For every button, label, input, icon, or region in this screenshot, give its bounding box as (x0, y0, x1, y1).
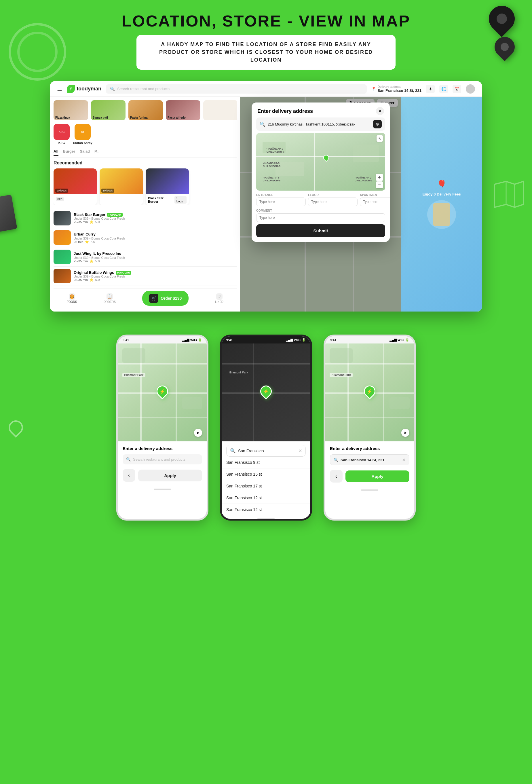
screen1-map: Hilamont Park ⚡ ➤ (118, 343, 207, 441)
urban-rating: 5.0 (91, 240, 95, 244)
tab-all[interactable]: All (54, 149, 58, 156)
screen3-map: Hilamont Park ⚡ ➤ (325, 343, 414, 441)
wifi-icon2: WiFi (294, 338, 301, 342)
category-pasta2[interactable]: Pasta alfredo (166, 100, 200, 120)
sultan-logo: SS (75, 124, 91, 140)
screen2-search-input[interactable]: 🔍 San Fransisco ✕ (226, 445, 306, 457)
entrance-input[interactable] (256, 197, 306, 206)
language-button[interactable]: 🌐 (439, 85, 448, 93)
category-pizza[interactable]: Pizza tinga (54, 100, 88, 120)
expand-map-button[interactable]: ⤡ (376, 135, 383, 142)
buffalo-rating: 5.0 (95, 278, 100, 282)
s2-park-label: Hilamont Park (229, 371, 248, 374)
user-avatar[interactable] (466, 84, 475, 93)
app-logo: f foodyman (67, 85, 101, 93)
screen1-apply-button[interactable]: Apply (138, 470, 202, 481)
cat-label-pizza: Pizza tinga (55, 116, 70, 119)
justwing-time: 25-35 min (74, 259, 88, 263)
comment-input[interactable] (256, 213, 385, 222)
signal-icon: ▂▄▆ (182, 338, 189, 342)
list-item-justwing[interactable]: Just Wing It, by Fresco Inc Under $39 • … (54, 247, 236, 267)
tab-salad[interactable]: Salad (80, 149, 90, 156)
nav-liked[interactable]: ♡ LIKED (215, 293, 223, 304)
zoom-in-button[interactable]: + (376, 174, 383, 181)
screen2-indicator (222, 515, 310, 519)
category-pasta1[interactable]: Pasta fortina (129, 100, 163, 120)
result-item-1[interactable]: San Fransisco 9 st (222, 457, 310, 469)
screen3-back-button[interactable]: ‹ (330, 470, 342, 482)
restaurant-kfc[interactable]: KFC KFC (54, 124, 70, 144)
wifi-icon3: WiFi (397, 338, 404, 342)
s1-road1 (118, 363, 207, 364)
modal-overlay: Enter delivery address ✕ 🔍 21b Muqimiy k… (240, 97, 401, 311)
cat-label-pasta2: Pasta alfredo (168, 116, 186, 119)
screen1-compass[interactable]: ➤ (194, 429, 202, 437)
screen1-search-bar[interactable]: 🔍 Search restaurant and products (123, 454, 202, 465)
restaurant-sultan[interactable]: SS Sultan Saray (73, 124, 92, 144)
modal-close-button[interactable]: ✕ (376, 107, 384, 115)
result-item-2[interactable]: San Fransisco 15 st (222, 469, 310, 480)
result-item-4[interactable]: San Fransisco 12 st (222, 492, 310, 504)
category-samsa[interactable]: Samsa pati (91, 100, 125, 120)
modal-address-input[interactable]: 21b Muqimiy ko'chasi, Tashkent 100115, У… (268, 122, 371, 127)
screen3-address-bar[interactable]: 🔍 San Fransisco 14 St, 221 ✕ (330, 454, 409, 465)
nav-foods[interactable]: 🍔 FOODS (67, 293, 77, 304)
result-item-5[interactable]: San Fransisco 12 st (222, 504, 310, 515)
tab-more[interactable]: P... (94, 149, 100, 156)
screen3-apply-button[interactable]: Apply (345, 471, 409, 482)
mobile-screen-1: 9:41 ▂▄▆ WiFi 🔋 Hilamont Park ⚡ (116, 335, 208, 521)
s1-block2 (182, 397, 202, 409)
kfc-badge: KFC (56, 197, 64, 201)
bsb-rating: 5.0 (95, 220, 100, 224)
list-item-bsb[interactable]: Black Star Burger POPULAR Under $39 • Bo… (54, 209, 236, 228)
modal-map-label2: ЧИЛÄNЗАР-5CHILONZOR-5 (262, 162, 280, 168)
search-placeholder-text: Search restaurant and products (117, 87, 170, 91)
screen2-time: 9:41 (226, 338, 233, 342)
addr-search-icon: 🔍 (334, 458, 338, 462)
calendar-button[interactable]: 📅 (452, 85, 461, 93)
nav-orders[interactable]: 📋 ORDERS (103, 293, 116, 304)
category-extra[interactable] (203, 100, 236, 120)
zoom-out-button[interactable]: − (376, 181, 383, 188)
card2-count: 10 foods (101, 189, 114, 193)
screen2-status-icons: ▂▄▆ WiFi 🔋 (286, 338, 306, 342)
modal-locate-button[interactable]: ⊕ (373, 120, 382, 129)
list-item-urban[interactable]: Urban Curry Under $39 • Bonus Coca Cola … (54, 228, 236, 247)
addr-clear-button[interactable]: ✕ (402, 457, 405, 462)
bsb-thumb (54, 211, 71, 225)
apartment-input[interactable] (360, 197, 390, 206)
floor-input[interactable] (308, 197, 358, 206)
submit-button[interactable]: Submit (256, 224, 385, 237)
hamburger-menu-button[interactable]: ☰ (57, 85, 62, 92)
screen3-compass[interactable]: ➤ (401, 429, 409, 437)
order-button[interactable]: 🛒 Order $130 (142, 291, 189, 306)
screen2-search-value: San Fransisco (238, 449, 296, 453)
result-item-3[interactable]: San Fransisco 17 st (222, 480, 310, 492)
screen3-status-bar: 9:41 ▂▄▆ WiFi 🔋 (325, 336, 414, 343)
screen1-back-button[interactable]: ‹ (123, 469, 135, 482)
screen2-clear-button[interactable]: ✕ (298, 448, 302, 453)
tab-burger[interactable]: Burger (63, 149, 76, 156)
screen1-location-pin: ⚡ (157, 386, 168, 397)
delivery-address-modal: Enter delivery address ✕ 🔍 21b Muqimiy k… (252, 103, 390, 242)
food-card-bsb[interactable]: Black Star Burger 8 foods (146, 168, 189, 205)
food-card-kfc[interactable]: 20 foods KFC (54, 168, 97, 205)
modal-map-label3: ЧИЛÄNЗАР-6CHILONZOR-6 (262, 176, 280, 182)
modal-map-label1: ЧИЛÄNЗАР-7CHILONZOR-7 (267, 147, 284, 153)
restaurant-list: Black Star Burger POPULAR Under $39 • Bo… (54, 209, 236, 286)
modal-map-block3 (353, 144, 379, 162)
modal-road-v (314, 133, 315, 191)
pin-lightning-icon3: ⚡ (367, 389, 372, 394)
bsb-count: 8 foods (174, 196, 187, 203)
brightness-button[interactable]: ☀ (426, 85, 435, 93)
list-item-buffalo[interactable]: Original Buffalo Wings POPULAR Under $39… (54, 267, 236, 286)
modal-map-pin (322, 154, 330, 162)
modal-address-bar[interactable]: 🔍 21b Muqimiy ko'chasi, Tashkent 100115,… (256, 117, 385, 131)
nav-search-bar[interactable]: 🔍 Search restaurant and products (106, 84, 367, 93)
food-card-2[interactable]: 10 foods (100, 168, 143, 205)
delivery-address-nav[interactable]: 📍 Delivery address San Francisco 14 St, … (371, 85, 421, 93)
hero-section: LOCATION, STORE - VIEW IN MAP A HANDY MA… (0, 0, 532, 76)
category-tabs: All Burger Salad P... (54, 148, 236, 158)
mobile-screens-section: 9:41 ▂▄▆ WiFi 🔋 Hilamont Park ⚡ (0, 323, 532, 532)
promo-text: Enjoy 0 Delivery Fees (422, 192, 461, 197)
